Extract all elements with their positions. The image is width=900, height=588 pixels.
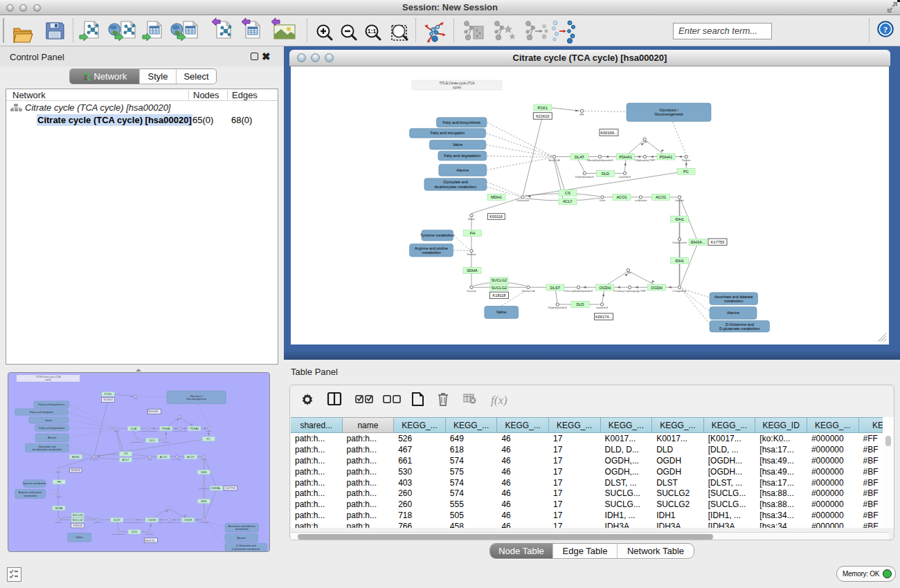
- svg-text:?: ?: [883, 24, 888, 35]
- svg-text:1:1: 1:1: [368, 28, 377, 35]
- svg-text:f(x): f(x): [491, 394, 507, 407]
